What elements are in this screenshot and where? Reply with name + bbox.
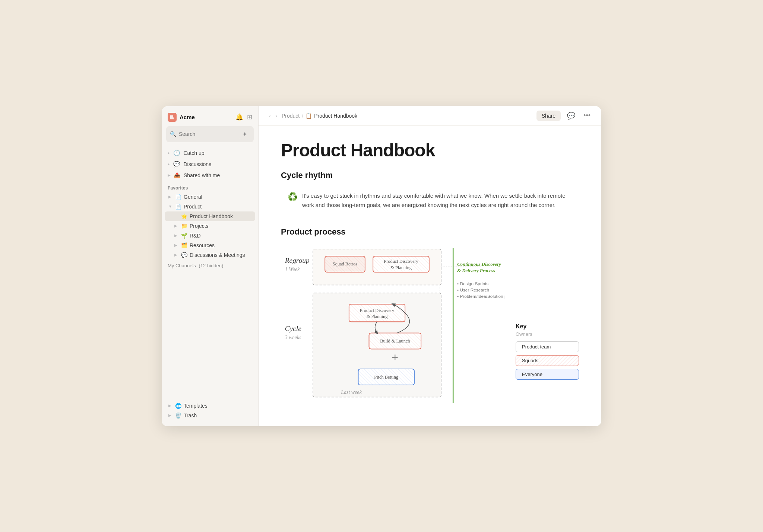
sidebar-item-catch-up[interactable]: ● 🕐 Catch up bbox=[165, 147, 255, 159]
callout-icon: ♻️ bbox=[288, 192, 298, 202]
resources-arrow: ▶ bbox=[174, 243, 179, 247]
back-button[interactable]: ‹ bbox=[267, 112, 272, 120]
callout-block: ♻️ It's easy to get stuck in rhythms and… bbox=[281, 186, 579, 215]
sidebar-item-shared[interactable]: ▶ 📤 Shared with me bbox=[165, 170, 255, 181]
topbar: ‹ › Product / 📋 Product Handbook Share 💬… bbox=[259, 106, 601, 126]
svg-text:• Design Sprints: • Design Sprints bbox=[457, 281, 488, 286]
handbook-icon: ⭐ bbox=[181, 213, 187, 219]
svg-text:3 weeks: 3 weeks bbox=[285, 334, 301, 340]
svg-text:1 Week: 1 Week bbox=[285, 267, 300, 272]
svg-text:• User Research: • User Research bbox=[457, 287, 489, 292]
svg-text:Product Discovery: Product Discovery bbox=[360, 308, 395, 313]
cycle-rhythm-heading: Cycle rhythm bbox=[281, 171, 579, 180]
svg-text:& Planning: & Planning bbox=[367, 313, 388, 319]
rnd-arrow: ▶ bbox=[174, 233, 179, 238]
sidebar-item-discussions-meetings[interactable]: ▶ 💬 Discussions & Meetings bbox=[165, 250, 255, 260]
key-subtitle: Owners bbox=[516, 331, 579, 337]
product-icon: 📄 bbox=[175, 204, 181, 210]
breadcrumb-parent[interactable]: Product bbox=[282, 113, 300, 119]
key-title: Key bbox=[516, 323, 579, 330]
favorites-label: Favorites bbox=[162, 181, 258, 192]
process-diagram: Regroup 1 Week bbox=[281, 245, 505, 405]
sidebar-item-product[interactable]: ▼ 📄 Product bbox=[165, 202, 255, 211]
comment-button[interactable]: 💬 bbox=[565, 111, 577, 121]
shared-icon: 📤 bbox=[174, 172, 181, 179]
svg-text:+: + bbox=[392, 351, 399, 363]
process-section: Product process Regroup 1 Week bbox=[281, 227, 579, 407]
sidebar-item-product-handbook[interactable]: ▶ ⭐ Product Handbook bbox=[165, 211, 255, 221]
breadcrumb-current: Product Handbook bbox=[314, 113, 357, 119]
topbar-navigation: ‹ › bbox=[267, 112, 279, 120]
sidebar-item-trash[interactable]: ▶ 🗑️ Trash bbox=[165, 411, 255, 420]
svg-rect-25 bbox=[349, 304, 405, 322]
svg-text:Squad Retros: Squad Retros bbox=[333, 261, 357, 267]
sidebar-item-rnd[interactable]: ▶ 🌱 R&D bbox=[165, 231, 255, 240]
catchup-label: Catch up bbox=[183, 150, 204, 156]
channels-label: My Channels (12 hidden) bbox=[162, 260, 258, 270]
share-button[interactable]: Share bbox=[536, 111, 561, 121]
diagram-wrap: Regroup 1 Week bbox=[281, 245, 579, 407]
product-label: Product bbox=[184, 204, 202, 210]
disc-meetings-arrow: ▶ bbox=[174, 253, 179, 257]
more-options-button[interactable]: ••• bbox=[582, 111, 592, 121]
app-logo[interactable]: Acme bbox=[168, 113, 195, 122]
channels-label-text: My Channels bbox=[168, 263, 196, 268]
svg-text:& Delivery Process: & Delivery Process bbox=[457, 268, 495, 273]
process-heading: Product process bbox=[281, 227, 579, 237]
callout-text: It's easy to get stuck in rhythms and st… bbox=[302, 191, 572, 210]
svg-text:Product Discovery: Product Discovery bbox=[384, 259, 418, 264]
sidebar-bottom: ▶ 🌐 Templates ▶ 🗑️ Trash bbox=[162, 401, 258, 420]
sidebar-item-general[interactable]: ▶ 📄 General bbox=[165, 192, 255, 202]
sidebar-item-discussions[interactable]: ● 💬 Discussions bbox=[165, 159, 255, 170]
svg-text:Last week: Last week bbox=[341, 389, 362, 395]
sidebar-header-icons: 🔔 ⊞ bbox=[235, 113, 252, 121]
shared-label: Shared with me bbox=[184, 172, 220, 178]
svg-text:Build & Launch: Build & Launch bbox=[380, 338, 410, 344]
general-arrow: ▶ bbox=[168, 195, 173, 199]
bullet-dot: ● bbox=[168, 151, 170, 155]
sidebar-item-templates[interactable]: ▶ 🌐 Templates bbox=[165, 401, 255, 411]
templates-arrow: ▶ bbox=[168, 404, 173, 408]
content-area: Product Handbook Cycle rhythm ♻️ It's ea… bbox=[259, 126, 601, 426]
favorites-nav: ▶ 📄 General ▼ 📄 Product ▶ ⭐ Product Hand… bbox=[162, 192, 258, 260]
general-label: General bbox=[184, 194, 202, 200]
notifications-icon[interactable]: 🔔 bbox=[235, 113, 243, 121]
key-items: Product team Squads Everyone bbox=[516, 341, 579, 383]
app-name: Acme bbox=[180, 114, 195, 120]
resources-icon: 🗂️ bbox=[181, 242, 187, 248]
magic-button[interactable]: ✦ bbox=[239, 129, 250, 140]
breadcrumb-icon: 📋 bbox=[305, 113, 312, 119]
sidebar-item-resources[interactable]: ▶ 🗂️ Resources bbox=[165, 240, 255, 250]
document-title: Product Handbook bbox=[281, 141, 579, 160]
key-section: Key Owners Product team Squads E bbox=[516, 245, 579, 383]
product-arrow: ▼ bbox=[168, 204, 173, 208]
trash-label: Trash bbox=[184, 412, 197, 418]
svg-text:& Planning: & Planning bbox=[390, 265, 412, 270]
projects-label: Projects bbox=[190, 223, 209, 229]
templates-label: Templates bbox=[184, 403, 208, 409]
disc-meetings-label: Discussions & Meetings bbox=[190, 252, 245, 258]
main-content: ‹ › Product / 📋 Product Handbook Share 💬… bbox=[259, 106, 601, 426]
bullet-dot: ● bbox=[168, 162, 170, 166]
sidebar: Acme 🔔 ⊞ 🔍 ✦ ● 🕐 Catch up ● 💬 Discussio bbox=[162, 106, 259, 426]
forward-button[interactable]: › bbox=[274, 112, 279, 120]
svg-text:Cycle: Cycle bbox=[285, 325, 301, 332]
sidebar-item-projects[interactable]: ▶ 📁 Projects bbox=[165, 221, 255, 231]
channels-hidden-count: (12 hidden) bbox=[199, 263, 224, 268]
discussions-label: Discussions bbox=[183, 161, 211, 167]
topbar-actions: Share 💬 ••• bbox=[536, 111, 592, 121]
layout-icon[interactable]: ⊞ bbox=[247, 113, 252, 121]
search-input[interactable] bbox=[179, 131, 237, 137]
breadcrumb-separator: / bbox=[302, 113, 303, 119]
svg-text:• Problem/Idea/Solution propos: • Problem/Idea/Solution proposals bbox=[457, 294, 505, 299]
projects-arrow: ▶ bbox=[174, 224, 179, 228]
key-badge-everyone: Everyone bbox=[516, 369, 579, 380]
trash-arrow: ▶ bbox=[168, 413, 173, 417]
general-icon: 📄 bbox=[175, 194, 181, 200]
rnd-label: R&D bbox=[190, 233, 201, 239]
svg-text:Pitch Betting: Pitch Betting bbox=[374, 375, 398, 380]
svg-text:Continuous Discovery: Continuous Discovery bbox=[457, 262, 501, 267]
key-badge-product-team: Product team bbox=[516, 341, 579, 352]
sidebar-header: Acme 🔔 ⊞ bbox=[162, 106, 258, 126]
templates-icon: 🌐 bbox=[175, 403, 181, 409]
